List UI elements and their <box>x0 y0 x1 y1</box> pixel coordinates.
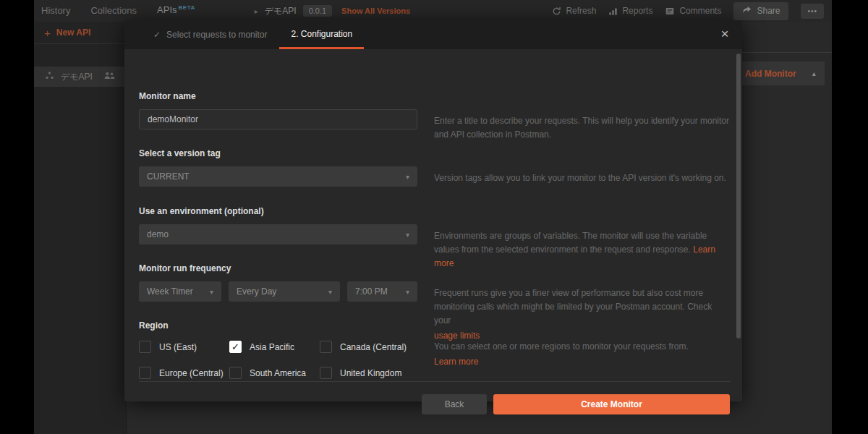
screen: History Collections APIsBETA ▸ デモAPI 0.0… <box>0 0 868 434</box>
main-tabs: History Collections APIsBETA <box>34 0 195 22</box>
checkbox-icon[interactable] <box>229 367 242 379</box>
checkbox-icon[interactable] <box>139 367 151 379</box>
beta-badge: BETA <box>179 4 195 11</box>
version-tag-help-text: Version tags allow you to link your moni… <box>434 173 726 183</box>
region-option-europe-central[interactable]: Europe (Central) <box>139 367 229 379</box>
step1-label: Select requests to monitor <box>166 30 267 40</box>
frequency-section: Monitor run frequency Week Timer ▾ Every… <box>139 263 417 302</box>
region-options: US (East) Asia Pacific Canada (Central) … <box>139 341 428 379</box>
frequency-timer-value: Week Timer <box>147 286 193 297</box>
region-option-label: Canada (Central) <box>340 342 407 352</box>
tab-history[interactable]: History <box>41 0 70 22</box>
version-badge: 0.0.1 <box>303 5 332 17</box>
new-api-button[interactable]: + New API <box>34 22 126 44</box>
environment-help: Environments are groups of variables. Th… <box>434 229 729 271</box>
region-option-label: Asia Pacific <box>250 342 294 352</box>
version-tag-select[interactable]: CURRENT ▾ <box>139 166 417 187</box>
sidebar-api-label: デモAPI <box>61 71 93 83</box>
region-learn-more-link[interactable]: Learn more <box>434 355 729 369</box>
more-options-button[interactable]: ••• <box>801 4 824 19</box>
frequency-selects: Week Timer ▾ Every Day ▾ 7:00 PM ▾ <box>139 281 417 302</box>
version-tag-value: CURRENT <box>147 171 190 182</box>
monitor-name-section: Monitor name <box>139 91 417 129</box>
chevron-up-icon: ▴ <box>812 69 816 77</box>
share-icon <box>742 6 752 17</box>
version-tag-label: Select a version tag <box>139 148 417 158</box>
region-option-south-america[interactable]: South America <box>229 367 320 379</box>
step-configuration[interactable]: 2. Configuration <box>279 20 364 49</box>
show-all-versions-link[interactable]: Show All Versions <box>341 7 410 15</box>
plus-icon: + <box>44 27 51 39</box>
create-monitor-modal: ✓ Select requests to monitor 2. Configur… <box>124 20 742 401</box>
version-tag-help: Version tags allow you to link your moni… <box>434 171 729 185</box>
comments-label: Comments <box>679 6 721 16</box>
checkbox-icon[interactable] <box>139 341 151 353</box>
chevron-down-icon: ▾ <box>406 173 409 181</box>
monitor-name-label: Monitor name <box>139 91 417 101</box>
check-icon: ✓ <box>153 30 161 40</box>
checkbox-icon[interactable] <box>320 341 332 353</box>
close-icon[interactable]: × <box>716 25 733 43</box>
checkbox-icon[interactable] <box>320 367 332 379</box>
environment-section: Use an environment (optional) demo ▾ <box>139 206 417 244</box>
chevron-down-icon: ▾ <box>406 231 409 239</box>
footer-divider <box>139 381 731 382</box>
top-bar: History Collections APIsBETA ▸ デモAPI 0.0… <box>34 0 832 22</box>
region-option-label: United Kingdom <box>340 368 401 378</box>
frequency-day-value: Every Day <box>237 286 276 297</box>
step-select-requests[interactable]: ✓ Select requests to monitor <box>153 20 267 49</box>
version-tag-section: Select a version tag CURRENT ▾ <box>139 148 417 187</box>
frequency-timer-select[interactable]: Week Timer ▾ <box>139 281 221 302</box>
api-icon <box>45 71 54 82</box>
frequency-day-select[interactable]: Every Day ▾ <box>229 281 340 302</box>
create-monitor-button[interactable]: Create Monitor <box>493 394 730 414</box>
region-label: Region <box>139 320 428 331</box>
region-option-canada-central[interactable]: Canada (Central) <box>320 341 417 353</box>
reports-button[interactable]: Reports <box>608 6 652 16</box>
environment-label: Use an environment (optional) <box>139 206 417 216</box>
modal-scrollbar[interactable] <box>736 54 741 339</box>
sidebar-item-api[interactable]: デモAPI <box>34 67 126 87</box>
add-monitor-link[interactable]: Add Monitor <box>745 69 796 79</box>
environment-select[interactable]: demo ▾ <box>139 224 417 244</box>
reports-icon <box>608 7 618 16</box>
region-option-label: US (East) <box>159 342 197 352</box>
tab-apis-label: APIs <box>157 5 176 16</box>
chevron-down-icon: ▾ <box>406 288 409 296</box>
monitor-name-input[interactable] <box>139 109 417 129</box>
region-option-united-kingdom[interactable]: United Kingdom <box>320 367 417 379</box>
refresh-icon <box>552 7 561 16</box>
region-help: You can select one or more regions to mo… <box>434 340 729 369</box>
breadcrumb: ▸ デモAPI 0.0.1 Show All Versions <box>255 5 410 17</box>
monitor-name-help-text: Enter a title to describe your requests.… <box>434 116 729 140</box>
reports-label: Reports <box>622 6 652 16</box>
refresh-button[interactable]: Refresh <box>552 6 596 16</box>
share-label: Share <box>757 6 780 16</box>
frequency-help-text: Frequent runs give you a finer view of p… <box>434 288 712 326</box>
region-option-asia-pacific[interactable]: Asia Pacific <box>229 341 320 353</box>
refresh-label: Refresh <box>566 6 596 16</box>
expand-arrow-icon[interactable]: ▸ <box>255 7 258 15</box>
breadcrumb-api-name: デモAPI <box>265 5 297 17</box>
new-api-label: New API <box>56 27 91 38</box>
topbar-actions: Refresh Reports Comments Share ••• <box>552 2 832 20</box>
tab-apis[interactable]: APIsBETA <box>157 0 195 22</box>
back-button[interactable]: Back <box>422 394 487 414</box>
comments-icon <box>665 7 675 16</box>
share-button[interactable]: Share <box>733 2 788 20</box>
checkbox-checked-icon[interactable] <box>229 341 242 353</box>
monitor-name-help: Enter a title to describe your requests.… <box>434 114 729 142</box>
region-section: Region US (East) Asia Pacific Canada (Ce… <box>139 320 428 379</box>
modal-header: ✓ Select requests to monitor 2. Configur… <box>124 20 742 49</box>
tab-collections[interactable]: Collections <box>90 0 137 22</box>
region-option-label: Europe (Central) <box>159 368 224 378</box>
frequency-time-select[interactable]: 7:00 PM ▾ <box>347 281 417 302</box>
region-option-label: South America <box>250 368 306 378</box>
sidebar: + New API デモAPI <box>34 22 127 434</box>
chevron-down-icon: ▾ <box>210 288 213 296</box>
region-option-us-east[interactable]: US (East) <box>139 341 229 353</box>
region-help-text: You can select one or more regions to mo… <box>434 341 689 352</box>
frequency-help: Frequent runs give you a finer view of p… <box>434 286 729 343</box>
environment-help-text: Environments are groups of variables. Th… <box>434 231 707 255</box>
comments-button[interactable]: Comments <box>665 6 721 16</box>
